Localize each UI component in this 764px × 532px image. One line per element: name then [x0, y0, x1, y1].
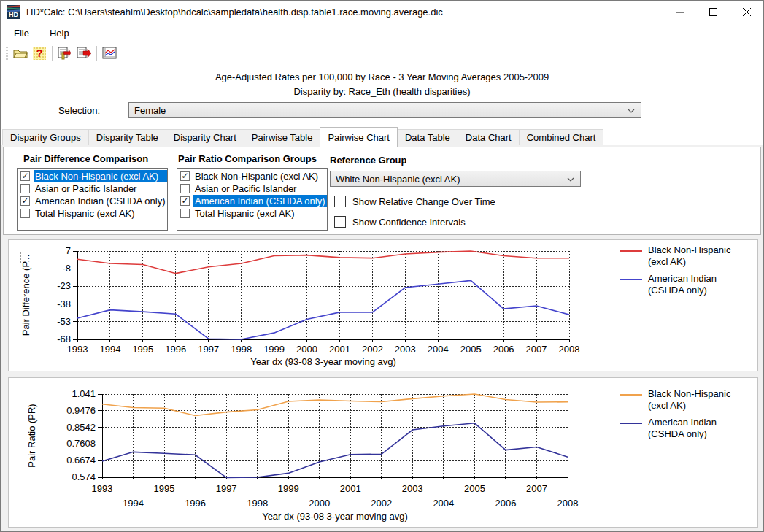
svg-text:0.8542: 0.8542: [66, 422, 96, 433]
svg-text:2004: 2004: [428, 344, 449, 355]
close-icon: [743, 8, 751, 16]
list-item-label: Total Hispanic (excl AK): [34, 207, 167, 220]
svg-text:2003: 2003: [402, 483, 423, 494]
svg-text:1993: 1993: [92, 483, 113, 494]
page-subtitle: Disparity by: Race_Eth (health dispariti…: [1, 86, 763, 97]
list-item-label: Total Hispanic (excl AK): [193, 207, 327, 220]
list-item[interactable]: ✓ Black Non-Hispanic (excl AK): [177, 170, 327, 182]
tab-disparity-table[interactable]: Disparity Table: [88, 129, 166, 146]
svg-text:0.6674: 0.6674: [66, 455, 96, 466]
app-window: HD HD*Calc: C:\Users\steahlm\Desktop\hdc…: [0, 0, 764, 532]
checkbox-icon[interactable]: ✓: [20, 171, 30, 181]
menu-file[interactable]: File: [7, 25, 36, 42]
list-item[interactable]: ✓ Total Hispanic (excl AK): [177, 207, 327, 220]
svg-text:2001: 2001: [340, 483, 361, 494]
list-item-label: Asian or Pacific Islander: [34, 182, 167, 195]
tab-disparity-chart[interactable]: Disparity Chart: [166, 129, 244, 146]
legend-entry: American Indian (CSHDA only): [620, 417, 755, 440]
svg-text:2007: 2007: [526, 344, 547, 355]
pair-ratio-chart-panel: 1993199419951996199719981999200020012002…: [8, 377, 758, 528]
svg-text:7: 7: [66, 245, 71, 256]
legend-line-swatch: [620, 250, 642, 252]
svg-text:-53: -53: [57, 316, 71, 327]
svg-text:-38: -38: [57, 298, 71, 309]
pair-difference-list[interactable]: ✓ Black Non-Hispanic (excl AK) ✓ Asian o…: [17, 168, 168, 231]
svg-text:1997: 1997: [216, 483, 237, 494]
legend-line-swatch: [620, 279, 642, 280]
selection-value: Female: [134, 105, 166, 116]
svg-text:1998: 1998: [247, 498, 268, 509]
checkbox-icon[interactable]: ✓: [180, 209, 190, 218]
legend-label: American Indian (CSHDA only): [648, 417, 750, 440]
close-button[interactable]: [730, 1, 763, 23]
menu-help[interactable]: Help: [42, 25, 77, 42]
relative-change-option[interactable]: ✓ Show Relative Change Over Time: [334, 196, 495, 207]
chevron-down-icon: [567, 177, 574, 182]
svg-text:2008: 2008: [557, 498, 579, 509]
legend-entry: Black Non-Hispanic (excl AK): [620, 388, 755, 412]
list-item[interactable]: ✓ Asian or Pacific Islander: [177, 182, 327, 195]
checkbox-icon[interactable]: ✓: [180, 171, 190, 181]
help-icon: ?: [33, 47, 46, 60]
toolbar: ?: [1, 43, 763, 63]
checkbox-icon[interactable]: ✓: [180, 184, 190, 193]
confidence-intervals-option[interactable]: ✓ Show Confidence Intervals: [334, 216, 466, 228]
svg-text:2008: 2008: [559, 344, 580, 355]
help-button[interactable]: ?: [31, 45, 48, 62]
pair-difference-chart-panel: 1993199419951996199719981999200020012002…: [8, 239, 758, 371]
tab-content: Pair Difference Comparison ✓ Black Non-H…: [1, 145, 763, 531]
reference-group-dropdown[interactable]: White Non-Hispanic (excl AK): [330, 171, 581, 187]
minimize-button[interactable]: [663, 1, 696, 23]
chart-icon: [102, 47, 117, 60]
open-file-button[interactable]: [12, 45, 29, 62]
export-report-icon: [77, 47, 91, 60]
checkbox-icon[interactable]: ✓: [20, 196, 30, 206]
list-item[interactable]: ✓ Asian or Pacific Islander: [18, 182, 167, 195]
list-item-label: Black Non-Hispanic (excl AK): [34, 170, 167, 182]
tab-pairwise-table[interactable]: Pairwise Table: [244, 129, 321, 146]
svg-text:1.041: 1.041: [72, 388, 96, 399]
list-item[interactable]: ✓ Black Non-Hispanic (excl AK): [18, 170, 167, 182]
maximize-button[interactable]: [696, 1, 730, 23]
tab-disparity-groups[interactable]: Disparity Groups: [2, 129, 89, 146]
list-item-label: Black Non-Hispanic (excl AK): [193, 170, 327, 182]
checkbox-icon[interactable]: ✓: [20, 209, 30, 218]
export-report-button[interactable]: [75, 45, 93, 62]
checkbox-icon[interactable]: ✓: [180, 196, 190, 206]
svg-text:1999: 1999: [278, 483, 299, 494]
pair-ratio-list[interactable]: ✓ Black Non-Hispanic (excl AK) ✓ Asian o…: [177, 168, 328, 231]
svg-text:1996: 1996: [165, 344, 186, 355]
toolbar-grip[interactable]: [5, 46, 9, 61]
svg-text:1995: 1995: [132, 344, 153, 355]
svg-text:Pair Ratio (PR): Pair Ratio (PR): [26, 404, 37, 467]
svg-text:2000: 2000: [296, 344, 317, 355]
checkbox-icon[interactable]: ✓: [334, 216, 346, 228]
svg-text:1994: 1994: [99, 344, 120, 355]
svg-text:0.9476: 0.9476: [66, 405, 96, 416]
svg-text:-68: -68: [57, 334, 71, 344]
checkbox-icon[interactable]: ✓: [20, 184, 30, 193]
list-item[interactable]: ✓ American Indian (CSHDA only): [177, 195, 327, 207]
selection-dropdown[interactable]: Female: [128, 102, 641, 118]
list-item[interactable]: ✓ Total Hispanic (excl AK): [18, 207, 167, 220]
pair-difference-legend: Black Non-Hispanic (excl AK) American In…: [620, 244, 755, 301]
window-title: HD*Calc: C:\Users\steahlm\Desktop\hdcalc…: [26, 7, 443, 18]
checkbox-label: Show Confidence Intervals: [352, 217, 466, 228]
legend-line-swatch: [620, 423, 642, 424]
list-item[interactable]: ✓ American Indian (CSHDA only): [18, 195, 167, 207]
list-item-label: American Indian (CSHDA only): [193, 195, 327, 207]
svg-text:2005: 2005: [464, 483, 485, 494]
checkbox-icon[interactable]: ✓: [334, 196, 346, 207]
tab-pairwise-chart[interactable]: Pairwise Chart: [320, 127, 398, 147]
svg-text:2006: 2006: [495, 498, 516, 509]
pair-ratio-chart: 1993199419951996199719981999200020012002…: [9, 378, 614, 527]
svg-text:2004: 2004: [433, 498, 454, 509]
tab-data-chart[interactable]: Data Chart: [458, 129, 520, 146]
tab-combined-chart[interactable]: Combined Chart: [519, 129, 604, 146]
export-table-button[interactable]: [56, 45, 74, 62]
tab-data-table[interactable]: Data Table: [397, 129, 458, 146]
svg-text:2002: 2002: [371, 498, 392, 509]
chart-button[interactable]: [101, 45, 118, 62]
reference-group-label: Reference Group: [330, 155, 406, 166]
svg-text:1993: 1993: [67, 344, 88, 355]
